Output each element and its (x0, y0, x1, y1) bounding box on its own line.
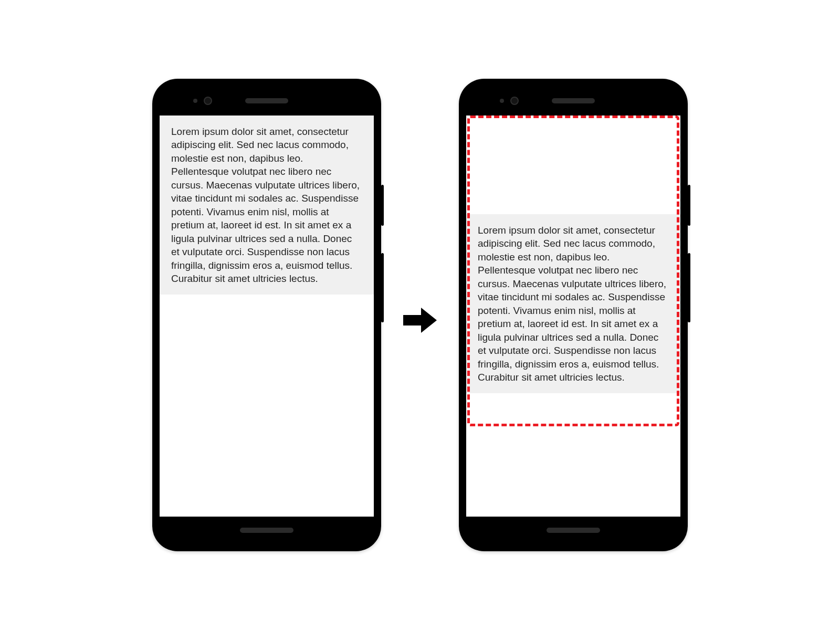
phone-bottom-bezel (160, 517, 374, 544)
phone-mockup-left: Lorem ipsum dolor sit amet, consectetur … (152, 79, 381, 551)
diagram-container: Lorem ipsum dolor sit amet, consectetur … (152, 79, 688, 551)
transition-arrow (402, 294, 438, 336)
earpiece-speaker-icon (552, 98, 595, 103)
power-button (381, 185, 384, 226)
arrow-right-icon (402, 304, 438, 336)
power-button (688, 185, 690, 226)
phone-inner: Lorem ipsum dolor sit amet, consectetur … (160, 86, 374, 544)
screen-area: Lorem ipsum dolor sit amet, consectetur … (160, 116, 374, 517)
home-indicator-icon (547, 528, 600, 533)
volume-button (688, 253, 690, 322)
body-text: Lorem ipsum dolor sit amet, consectetur … (171, 126, 360, 284)
screen-area: Lorem ipsum dolor sit amet, consectetur … (466, 116, 680, 517)
text-block: Lorem ipsum dolor sit amet, consectetur … (466, 214, 680, 393)
home-indicator-icon (240, 528, 293, 533)
phone-top-bezel (160, 86, 374, 116)
front-camera-icon (204, 97, 212, 105)
sensor-dot-icon (500, 99, 504, 103)
phone-inner: Lorem ipsum dolor sit amet, consectetur … (466, 86, 680, 544)
phone-mockup-right: Lorem ipsum dolor sit amet, consectetur … (459, 79, 688, 551)
sensor-dot-icon (193, 99, 197, 103)
phone-bottom-bezel (466, 517, 680, 544)
front-camera-icon (510, 97, 519, 105)
phone-top-bezel (466, 86, 680, 116)
front-sensors (193, 97, 212, 105)
earpiece-speaker-icon (245, 98, 288, 103)
body-text: Lorem ipsum dolor sit amet, consectetur … (478, 225, 666, 383)
text-block: Lorem ipsum dolor sit amet, consectetur … (160, 116, 374, 295)
volume-button (381, 253, 384, 322)
front-sensors (500, 97, 519, 105)
